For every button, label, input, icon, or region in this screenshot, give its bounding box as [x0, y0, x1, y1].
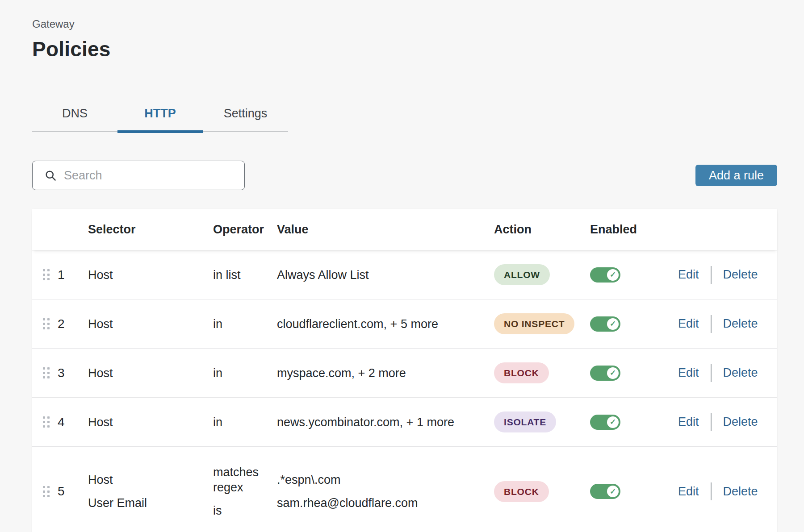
cell-text: User Email [88, 495, 147, 511]
row-number: 1 [58, 268, 65, 282]
row-actions: Edit Delete [668, 299, 777, 348]
selector-cell: Host [88, 398, 213, 446]
cell-text: Host [88, 267, 113, 283]
action-cell: BLOCK [494, 349, 590, 397]
value-cell: news.ycombinator.com, + 1 more [277, 398, 494, 446]
cell-text: cloudflareclient.com, + 5 more [277, 316, 438, 332]
action-cell: BLOCK [494, 447, 590, 532]
cell-text: is [213, 503, 222, 518]
cell-text: in [213, 366, 222, 381]
toggle-check-icon: ✓ [607, 486, 619, 497]
row-number: 4 [58, 415, 65, 429]
edit-link[interactable]: Edit [678, 485, 699, 499]
row-handle-cell: 5 [32, 447, 88, 532]
cell-text: in list [213, 267, 241, 283]
cell-text: matches regex [213, 465, 266, 495]
column-header-operator: Operator [213, 223, 277, 237]
toggle-check-icon: ✓ [607, 416, 619, 428]
edit-link[interactable]: Edit [678, 268, 699, 282]
value-cell: myspace.com, + 2 more [277, 349, 494, 397]
table-row: 3 Host in myspace.com, + 2 more BLOCK ✓ … [32, 349, 777, 398]
toolbar: Add a rule [32, 161, 777, 190]
value-cell: cloudflareclient.com, + 5 more [277, 299, 494, 348]
edit-link[interactable]: Edit [678, 317, 699, 331]
toggle-check-icon: ✓ [607, 318, 619, 330]
cell-text: .*espn\.com [277, 472, 341, 487]
operator-cell: in [213, 398, 277, 446]
selector-cell: Host [88, 299, 213, 348]
enabled-toggle[interactable]: ✓ [590, 415, 620, 430]
action-badge: BLOCK [494, 481, 549, 502]
enabled-toggle[interactable]: ✓ [590, 484, 620, 499]
enabled-cell: ✓ [590, 299, 668, 348]
enabled-cell: ✓ [590, 349, 668, 397]
drag-handle-icon[interactable] [43, 416, 50, 428]
cell-text: Always Allow List [277, 267, 369, 283]
cell-text: news.ycombinator.com, + 1 more [277, 415, 454, 430]
policies-table: SelectorOperatorValueActionEnabled 1 Hos… [32, 209, 777, 532]
value-cell: Always Allow List [277, 250, 494, 299]
operator-cell: in list [213, 250, 277, 299]
cell-text: in [213, 415, 222, 430]
search-box[interactable] [32, 161, 245, 190]
add-rule-button[interactable]: Add a rule [695, 165, 777, 186]
edit-link[interactable]: Edit [678, 415, 699, 429]
toggle-check-icon: ✓ [607, 269, 619, 281]
tab-bar: DNSHTTPSettings [32, 106, 288, 132]
enabled-cell: ✓ [590, 250, 668, 299]
row-handle-cell: 1 [32, 250, 88, 299]
selector-cell: HostUser Email [88, 447, 213, 532]
table-row: 1 Host in list Always Allow List ALLOW ✓… [32, 250, 777, 299]
delete-link[interactable]: Delete [723, 485, 758, 499]
column-header-action: Action [494, 223, 590, 237]
action-badge: ISOLATE [494, 411, 556, 432]
action-badge: ALLOW [494, 264, 550, 285]
action-badge: BLOCK [494, 362, 549, 383]
table-row: 5 HostUser Email matches regexis .*espn\… [32, 447, 777, 532]
cell-text: Host [88, 316, 113, 332]
search-input[interactable] [64, 169, 244, 183]
operator-cell: in [213, 349, 277, 397]
row-actions: Edit Delete [668, 250, 777, 299]
drag-handle-icon[interactable] [43, 486, 50, 497]
enabled-toggle[interactable]: ✓ [590, 316, 620, 332]
enabled-toggle[interactable]: ✓ [590, 366, 620, 381]
action-cell: ALLOW [494, 250, 590, 299]
delete-link[interactable]: Delete [723, 268, 758, 282]
value-cell: .*espn\.comsam.rhea@cloudflare.com [277, 447, 494, 532]
selector-cell: Host [88, 349, 213, 397]
delete-link[interactable]: Delete [723, 415, 758, 429]
row-number: 2 [58, 317, 65, 331]
delete-link[interactable]: Delete [723, 317, 758, 331]
edit-link[interactable]: Edit [678, 366, 699, 380]
actions-divider [711, 364, 712, 382]
selector-cell: Host [88, 250, 213, 299]
operator-cell: matches regexis [213, 447, 277, 532]
table-header: SelectorOperatorValueActionEnabled [32, 209, 777, 250]
action-cell: ISOLATE [494, 398, 590, 446]
table-body: 1 Host in list Always Allow List ALLOW ✓… [32, 250, 777, 532]
table-row: 4 Host in news.ycombinator.com, + 1 more… [32, 398, 777, 447]
actions-divider [711, 266, 712, 284]
row-handle-cell: 2 [32, 299, 88, 348]
enabled-toggle[interactable]: ✓ [590, 267, 620, 283]
cell-text: sam.rhea@cloudflare.com [277, 495, 418, 511]
tab-http[interactable]: HTTP [117, 106, 203, 132]
page-title: Policies [32, 37, 777, 61]
column-header-selector: Selector [88, 223, 213, 237]
delete-link[interactable]: Delete [723, 366, 758, 380]
tab-settings[interactable]: Settings [203, 106, 288, 132]
actions-divider [711, 413, 712, 431]
drag-handle-icon[interactable] [43, 318, 50, 329]
action-cell: NO INSPECT [494, 299, 590, 348]
row-actions: Edit Delete [668, 349, 777, 397]
enabled-cell: ✓ [590, 398, 668, 446]
drag-handle-icon[interactable] [43, 367, 50, 378]
enabled-cell: ✓ [590, 447, 668, 532]
operator-cell: in [213, 299, 277, 348]
row-actions: Edit Delete [668, 398, 777, 446]
table-row: 2 Host in cloudflareclient.com, + 5 more… [32, 299, 777, 349]
drag-handle-icon[interactable] [43, 269, 50, 280]
cell-text: in [213, 316, 222, 332]
tab-dns[interactable]: DNS [32, 106, 117, 132]
